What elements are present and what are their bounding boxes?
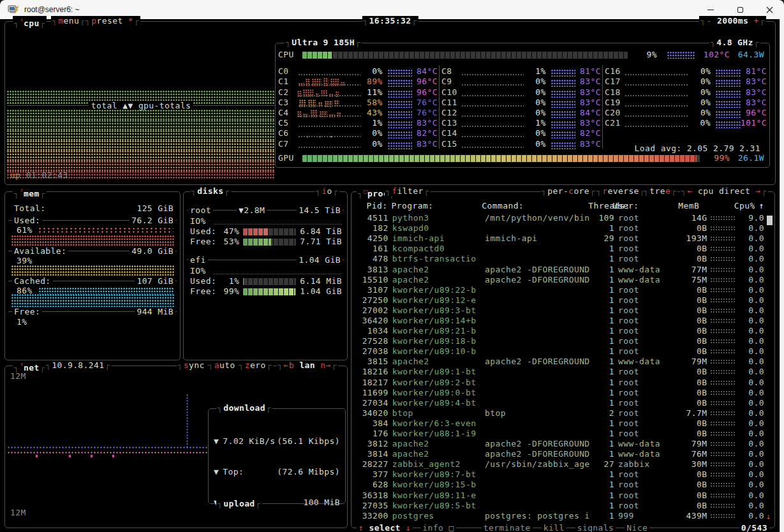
prev-interface-button[interactable]: ←b: [284, 360, 294, 370]
menu-button[interactable]: menu: [51, 16, 86, 26]
process-row[interactable]: 27002kworker/u89:3-bt1root0B0.0: [354, 306, 764, 316]
signals-button[interactable]: signals: [575, 523, 616, 532]
mem-cached-spark: [39, 288, 174, 294]
core-temp-graph: [716, 101, 741, 108]
process-row[interactable]: 3812apache2apache2 -DFOREGROUND1www-data…: [354, 439, 764, 449]
process-row[interactable]: 4250immich-apiimmich-api29root193M0.0: [354, 233, 764, 244]
sort-left-arrow[interactable]: ←: [688, 186, 693, 196]
next-interface-button[interactable]: n→: [320, 360, 330, 370]
terminate-button[interactable]: terminate: [482, 523, 533, 532]
process-row[interactable]: 3813apache2apache2 -DFOREGROUND1www-data…: [354, 264, 764, 274]
process-program: apache2: [392, 449, 481, 459]
process-row[interactable]: 18216kworker/u89:1-bt1root0B0.0: [354, 367, 764, 377]
core-temp-graph: [551, 70, 575, 77]
core-load-graph: [461, 110, 525, 118]
process-row[interactable]: 18217kworker/u89:2-bt1root0B0.0: [354, 378, 764, 388]
interface-switcher[interactable]: ←b lan n→: [276, 360, 338, 371]
process-program: kworker/u89:5-bt: [392, 501, 481, 511]
process-row[interactable]: 34020btopbtop2root7.7M0.0: [354, 408, 764, 418]
process-program: kworker/u89:14+b: [392, 316, 481, 326]
process-row[interactable]: 1034kworker/u89:21-b1root0B0.0: [354, 326, 764, 336]
tree-button[interactable]: tree: [642, 186, 677, 196]
core-temp: 82°C: [575, 128, 601, 138]
select-button[interactable]: ↑ select ↓: [357, 523, 413, 532]
process-row[interactable]: 3815apache2apache2 -DFOREGROUND1www-data…: [354, 357, 764, 367]
process-row[interactable]: 27035kworker/u89:5-bt1root0B0.0: [354, 501, 764, 511]
sort-right-arrow[interactable]: →: [756, 186, 761, 196]
process-row[interactable]: 182kswapd01root0B0.0: [354, 223, 764, 233]
gpu-usage-bar: [302, 155, 700, 162]
process-row[interactable]: 27250kworker/u89:12-e1root0B0.0: [354, 295, 764, 306]
preset-button[interactable]: preset *: [84, 16, 140, 26]
core-id: C15: [441, 139, 461, 149]
core-row-c1: C189%96°C: [278, 77, 438, 87]
process-mem: 0B: [676, 244, 707, 254]
sort-direction-arrow[interactable]: ↑: [759, 201, 764, 211]
core-usage-pct: 0%: [362, 66, 383, 77]
process-row[interactable]: 27528kworker/u89:18-b1root0B0.0: [354, 336, 764, 346]
kill-button[interactable]: kill: [542, 523, 566, 532]
net-panel-title[interactable]: ³net: [13, 360, 47, 373]
process-row[interactable]: 27038kworker/u89:10-b1root0B0.0: [354, 346, 764, 357]
cpu-model-title: Ultra 9 185H: [285, 38, 362, 48]
process-row[interactable]: 28227zabbix_agent2/usr/sbin/zabbix_age27…: [354, 459, 764, 469]
process-threads: 1: [594, 265, 614, 275]
core-id: C14: [441, 128, 461, 138]
process-row[interactable]: 36318kworker/u89:11-e1root0B0.0: [354, 491, 764, 501]
core-row-c2: C211%96°C: [278, 87, 438, 97]
interval-decrease-button[interactable]: -: [706, 16, 711, 26]
process-threads: 1: [594, 367, 614, 377]
core-temp-graph: [551, 121, 575, 128]
process-row[interactable]: 33200postgrespostgres: postgres i1999439…: [354, 511, 764, 521]
mem-available-pct-row: 39%: [17, 256, 174, 265]
io-mode-button[interactable]: io: [314, 186, 339, 196]
mem-panel-title[interactable]: ²mem: [13, 186, 47, 199]
process-row[interactable]: 27034kworker/u89:4-bt1root0B0.0: [354, 398, 764, 408]
process-command: /mnt/python/venv/bin: [485, 213, 590, 223]
process-row[interactable]: 3814apache2apache2 -DFOREGROUND1www-data…: [354, 449, 764, 459]
reverse-button[interactable]: reverse: [595, 186, 646, 196]
process-mem: 30M: [676, 459, 707, 469]
process-mem-graph: [711, 401, 735, 406]
process-row[interactable]: 478btrfs-transactio1root0B0.0: [354, 254, 764, 264]
per-core-button[interactable]: per-core: [540, 186, 596, 196]
nice-button[interactable]: Nice: [625, 523, 649, 532]
process-pid: 176: [358, 429, 388, 439]
process-pid: 3107: [358, 285, 388, 295]
core-row-c7: C70%83°C: [278, 138, 438, 149]
process-row[interactable]: 161kcompactd01root0B0.0: [354, 244, 764, 254]
core-temp-graph: [716, 121, 741, 128]
process-command: apache2 -DFOREGROUND: [485, 265, 590, 275]
core-usage-pct: 0%: [362, 139, 383, 149]
cpu-panel-title[interactable]: ¹cpu: [13, 16, 47, 29]
interval-increase-button[interactable]: +: [754, 16, 759, 26]
process-row[interactable]: 36420kworker/u89:14+b1root0B0.0: [354, 316, 764, 326]
process-threads: 1: [594, 244, 614, 254]
process-row[interactable]: 176kworker/u88:1-i91root0B0.0: [354, 429, 764, 439]
process-row[interactable]: 377kworker/u89:7-bt1root0B0.0: [354, 469, 764, 480]
core-load-graph: [297, 100, 362, 108]
process-row[interactable]: 15510apache2apache2 -DFOREGROUND1www-dat…: [354, 275, 764, 285]
process-user: root: [618, 469, 672, 480]
scroll-down-arrow[interactable]: ↓: [766, 512, 771, 522]
zero-button[interactable]: zero: [238, 360, 273, 371]
core-usage-pct: 43%: [362, 108, 383, 118]
terminal-scrollbar[interactable]: [780, 19, 784, 532]
sort-column-control[interactable]: ← cpu direct →: [680, 186, 768, 196]
info-button[interactable]: info □: [420, 523, 455, 532]
core-load-graph: [624, 78, 690, 87]
process-row[interactable]: 384kworker/6:3-even1root0B0.0: [354, 418, 764, 429]
process-program: kworker/u89:0-bt: [392, 388, 481, 398]
process-cpu-pct: 0.0: [739, 336, 764, 346]
proc-scrollbar-thumb[interactable]: [767, 216, 773, 225]
filter-button[interactable]: filter: [385, 186, 431, 196]
process-row[interactable]: 628kworker/u89:15-b1root0B0.0: [354, 480, 764, 490]
process-row[interactable]: 11699kworker/u89:0-bt1root0B0.0: [354, 388, 764, 398]
core-row-c15: C150%83°C: [441, 138, 601, 149]
net-stats-box: download upload ▼7.02 KiB/s(56.1 Kibps) …: [208, 408, 346, 504]
core-id: C21: [605, 118, 624, 128]
process-row[interactable]: 4511python3/mnt/python/venv/bin109root14…: [354, 213, 764, 223]
process-row[interactable]: 3107kworker/u89:22-b1root0B0.0: [354, 285, 764, 295]
disk-io-graph: [214, 219, 342, 225]
clock: 16:35:32: [362, 16, 418, 26]
